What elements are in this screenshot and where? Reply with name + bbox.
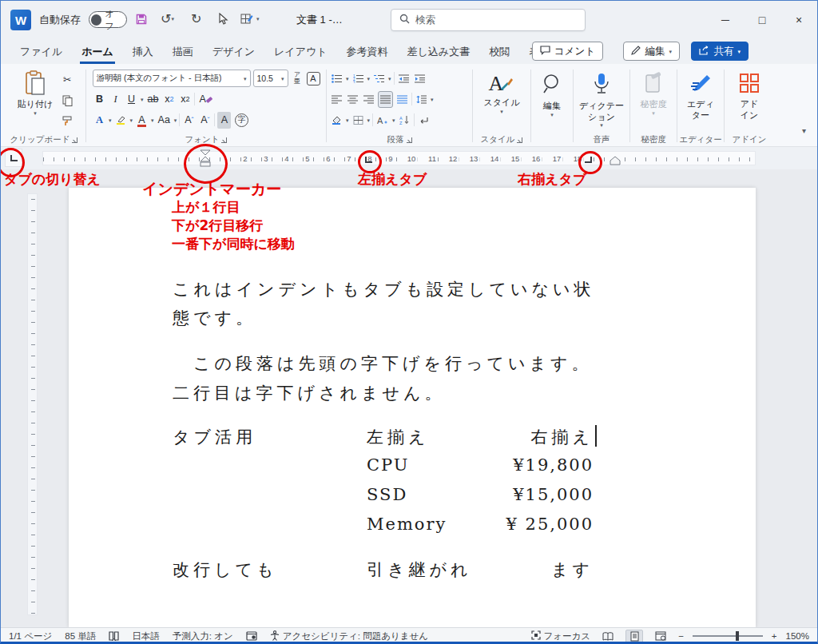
- share-button[interactable]: 共有 ▾: [691, 42, 749, 61]
- sort-button[interactable]: AZ: [398, 112, 411, 129]
- zoom-out-button[interactable]: −: [678, 631, 684, 641]
- subscript-button[interactable]: x2: [162, 91, 176, 108]
- word-count[interactable]: 85 単語: [65, 630, 96, 642]
- print-layout-button[interactable]: [625, 630, 643, 643]
- format-painter-button[interactable]: [60, 113, 74, 129]
- word-logo-icon[interactable]: W: [10, 10, 31, 30]
- highlight-color-button[interactable]: [114, 112, 128, 129]
- font-dialog-launcher[interactable]: [221, 137, 227, 143]
- autosave-toggle[interactable]: オフ: [89, 11, 127, 28]
- proofing-icon[interactable]: [109, 631, 119, 642]
- bold-button[interactable]: B: [93, 91, 106, 108]
- right-indent-marker[interactable]: [610, 156, 621, 165]
- close-button[interactable]: ×: [780, 1, 817, 39]
- tab-file[interactable]: ファイル: [10, 41, 72, 63]
- tab-draw[interactable]: 描画: [163, 41, 203, 63]
- align-left-button[interactable]: [330, 91, 343, 108]
- save-icon[interactable]: [135, 13, 148, 26]
- left-tab-stop-marker[interactable]: [365, 157, 372, 163]
- word-window: W 自動保存 オフ ↺▾ ↻ ▾ 文書 1 -… 検索 ─ □ × ファイル: [0, 0, 818, 644]
- zoom-level[interactable]: 150%: [786, 631, 809, 641]
- font-name-select[interactable]: 游明朝 (本文のフォント - 日本語) ▾: [93, 70, 251, 87]
- text-prediction-indicator[interactable]: 予測入力: オン: [173, 630, 233, 642]
- tab-mailings[interactable]: 差し込み文書: [398, 41, 480, 63]
- line-spacing-button[interactable]: [415, 91, 428, 108]
- table-draw-icon[interactable]: ▾: [240, 13, 260, 25]
- tab-home[interactable]: ホーム: [72, 41, 123, 63]
- decrease-indent-button[interactable]: [397, 70, 411, 87]
- copy-button[interactable]: [60, 92, 74, 109]
- justify-button[interactable]: [378, 91, 393, 108]
- asian-layout-button[interactable]: A: [375, 112, 390, 129]
- autosave-state: オフ: [105, 8, 122, 32]
- enclose-characters-button[interactable]: 字: [233, 112, 250, 129]
- shrink-font-button[interactable]: Aˇ: [198, 112, 212, 129]
- paste-button[interactable]: 貼り付け ▾: [14, 68, 58, 129]
- show-formatting-marks-button[interactable]: [417, 112, 431, 129]
- horizontal-ruler[interactable]: 23456789101112131415161718: [42, 151, 756, 165]
- multilevel-list-button[interactable]: [372, 70, 386, 87]
- bullet-list-button[interactable]: [330, 70, 343, 87]
- cut-button[interactable]: ✂: [60, 71, 74, 88]
- font-size-select[interactable]: 10.5 ▾: [253, 70, 288, 87]
- tab-design[interactable]: デザイン: [203, 41, 264, 63]
- numbered-list-button[interactable]: 123: [351, 70, 365, 87]
- hanging-indent-marker[interactable]: [200, 157, 211, 167]
- accessibility-status[interactable]: アクセシビリティ: 問題ありません: [270, 630, 428, 642]
- tab-selector-button[interactable]: [5, 149, 22, 167]
- vertical-ruler[interactable]: [27, 193, 38, 615]
- dictation-button[interactable]: ディクテーション ▾: [573, 68, 630, 130]
- language-indicator[interactable]: 日本語: [132, 630, 160, 642]
- page-indicator[interactable]: 1/1 ページ: [9, 630, 52, 642]
- right-tab-stop-marker[interactable]: [585, 157, 592, 163]
- addins-button[interactable]: アドイン: [734, 68, 764, 123]
- editing-mode-button[interactable]: 編集 ▾: [623, 42, 680, 61]
- tab-review[interactable]: 校閲: [479, 41, 519, 63]
- change-case-button[interactable]: Aa: [157, 112, 172, 129]
- redo-button[interactable]: ↻: [191, 11, 201, 26]
- styles-dialog-launcher[interactable]: [517, 137, 522, 143]
- distribute-button[interactable]: [395, 91, 409, 108]
- undo-button[interactable]: ↺▾: [161, 11, 174, 26]
- macro-record-icon[interactable]: [246, 631, 257, 641]
- shading-button[interactable]: [330, 112, 343, 129]
- search-input[interactable]: 検索: [391, 9, 586, 31]
- tab-references[interactable]: 参考資料: [337, 41, 398, 63]
- phonetic-guide-button[interactable]: ア亜: [291, 70, 304, 87]
- read-mode-button[interactable]: [599, 630, 617, 643]
- comments-button[interactable]: コメント: [532, 42, 603, 61]
- voice-group: ディクテーション ▾ 音声: [574, 66, 629, 146]
- web-layout-button[interactable]: [652, 630, 669, 643]
- zoom-in-button[interactable]: +: [772, 631, 777, 641]
- text-effects-button[interactable]: A: [93, 112, 106, 129]
- increase-indent-button[interactable]: [413, 70, 427, 87]
- zoom-slider-thumb[interactable]: [736, 631, 739, 641]
- clear-formatting-button[interactable]: A: [197, 91, 214, 108]
- align-right-button[interactable]: [362, 91, 375, 108]
- clipboard-dialog-launcher[interactable]: [72, 137, 77, 143]
- editor-button[interactable]: エディター: [682, 68, 719, 123]
- align-center-button[interactable]: [346, 91, 359, 108]
- zoom-slider[interactable]: [693, 635, 763, 637]
- collapse-ribbon-icon[interactable]: ▾: [802, 127, 806, 135]
- strikethrough-button[interactable]: ab: [146, 91, 161, 108]
- focus-mode-button[interactable]: フォーカス: [531, 630, 591, 642]
- minimize-button[interactable]: ─: [707, 1, 744, 39]
- grow-font-button[interactable]: Aˆ: [182, 112, 196, 129]
- tab-insert[interactable]: 挿入: [123, 41, 163, 63]
- character-border-button[interactable]: A: [307, 72, 320, 85]
- superscript-button[interactable]: x2: [178, 91, 192, 108]
- borders-button[interactable]: [351, 112, 365, 129]
- italic-button[interactable]: I: [109, 91, 122, 108]
- editing-button[interactable]: 編集 ▾: [538, 68, 566, 120]
- styles-button[interactable]: A スタイル ▾: [479, 68, 523, 117]
- underline-button[interactable]: U: [125, 91, 138, 108]
- maximize-button[interactable]: □: [744, 1, 780, 39]
- first-line-indent-marker[interactable]: [200, 149, 211, 156]
- font-color-button[interactable]: A: [135, 112, 149, 129]
- pointer-mode-icon[interactable]: [218, 13, 228, 25]
- document-title: 文書 1 -…: [296, 13, 343, 27]
- tab-layout[interactable]: レイアウト: [264, 41, 337, 63]
- paragraph-dialog-launcher[interactable]: [407, 137, 412, 143]
- character-shading-button[interactable]: A: [217, 112, 231, 129]
